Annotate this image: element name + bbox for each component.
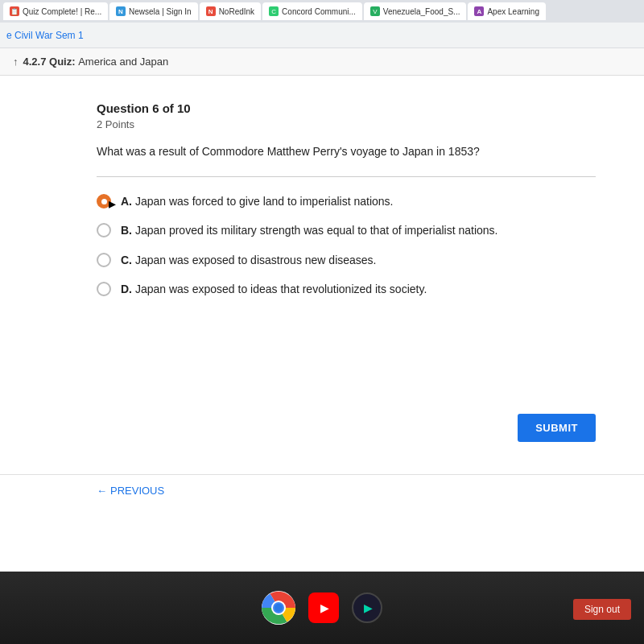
option-d-text: D. Japan was exposed to ideas that revol… — [121, 281, 427, 297]
tab-noredink[interactable]: N NoRedInk — [200, 2, 261, 20]
option-a-letter: A. — [121, 195, 132, 208]
sign-out-button[interactable]: Sign out — [573, 599, 631, 620]
option-b[interactable]: B. Japan proved its military strength wa… — [97, 222, 596, 238]
tab-icon-apex: A — [474, 6, 484, 16]
option-b-letter: B. — [121, 224, 132, 237]
option-c[interactable]: C. Japan was exposed to disastrous new d… — [97, 252, 596, 268]
option-d-letter: D. — [121, 283, 132, 295]
options-list: A. Japan was forced to give land to impe… — [97, 193, 596, 297]
tab-apex[interactable]: A Apex Learning — [468, 2, 546, 20]
previous-link[interactable]: ← PREVIOUS — [97, 485, 596, 497]
tab-label-apex: Apex Learning — [487, 7, 539, 16]
tab-icon-newsela: N — [116, 6, 126, 16]
tab-label-concord: Concord Communi... — [282, 7, 356, 16]
tab-concord[interactable]: C Concord Communi... — [262, 2, 362, 20]
radio-a[interactable] — [97, 194, 111, 208]
tab-quiz-complete[interactable]: 📋 Quiz Complete! | Re... — [3, 2, 108, 20]
tab-label-quiz: Quiz Complete! | Re... — [23, 7, 101, 16]
tab-icon-noredink: N — [206, 6, 216, 16]
question-points: 2 Points — [97, 118, 596, 130]
submit-area: SUBMIT — [0, 414, 644, 442]
tab-icon-quiz: 📋 — [10, 6, 19, 16]
page-breadcrumb: e Civil War Sem 1 — [6, 30, 84, 41]
question-header: Question 6 of 10 — [97, 101, 596, 115]
youtube-icon[interactable] — [308, 592, 339, 623]
breadcrumb-arrow-icon: ↑ — [13, 56, 19, 68]
submit-button[interactable]: SUBMIT — [518, 414, 596, 442]
main-content: Question 6 of 10 2 Points What was a res… — [0, 76, 644, 414]
chrome-icon[interactable] — [262, 591, 295, 625]
question-text: What was a result of Commodore Matthew P… — [97, 143, 596, 160]
taskbar: Sign out — [0, 572, 644, 644]
previous-label: PREVIOUS — [110, 485, 164, 497]
tab-label-noredink: NoRedInk — [219, 7, 254, 16]
quiz-title: America and Japan — [78, 56, 168, 68]
browser-tab-bar: 📋 Quiz Complete! | Re... N Newsela | Sig… — [0, 0, 644, 23]
divider — [97, 176, 596, 177]
option-c-text: C. Japan was exposed to disastrous new d… — [121, 252, 377, 268]
nav-bar: e Civil War Sem 1 — [0, 23, 644, 48]
tab-newsela[interactable]: N Newsela | Sign In — [109, 2, 198, 20]
option-a[interactable]: A. Japan was forced to give land to impe… — [97, 193, 596, 209]
tab-label-venezuela: Venezuela_Food_S... — [383, 7, 460, 16]
option-c-letter: C. — [121, 254, 132, 266]
quiz-section-label: 4.2.7 Quiz: — [23, 56, 76, 68]
radio-c[interactable] — [97, 253, 111, 267]
play-store-icon[interactable] — [352, 592, 382, 623]
radio-d[interactable] — [97, 282, 111, 296]
radio-b[interactable] — [97, 223, 111, 237]
option-a-text: A. Japan was forced to give land to impe… — [121, 193, 394, 209]
svg-point-3 — [275, 604, 283, 612]
tab-icon-venezuela: V — [370, 6, 380, 16]
option-d[interactable]: D. Japan was exposed to ideas that revol… — [97, 281, 596, 297]
tab-label-newsela: Newsela | Sign In — [129, 7, 192, 16]
sub-nav: ↑ 4.2.7 Quiz: America and Japan — [0, 48, 644, 76]
previous-area: ← PREVIOUS — [0, 474, 644, 506]
option-b-text: B. Japan proved its military strength wa… — [121, 222, 497, 238]
tab-venezuela[interactable]: V Venezuela_Food_S... — [364, 2, 467, 20]
previous-arrow-icon: ← — [97, 485, 107, 497]
tab-icon-concord: C — [269, 6, 279, 16]
